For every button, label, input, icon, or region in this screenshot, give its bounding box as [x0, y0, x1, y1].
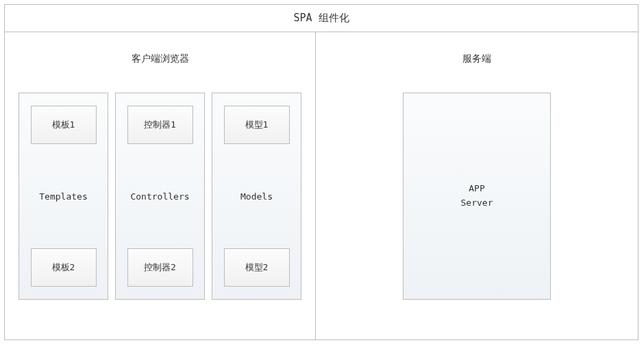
client-columns: 模板1 Templates 模板2 控制器1 Controllers 控制器2 …: [18, 93, 301, 300]
templates-column: 模板1 Templates 模板2: [18, 93, 108, 300]
template-box-2: 模板2: [31, 248, 97, 287]
client-title: 客户端浏览器: [18, 53, 301, 65]
app-server-line2: Server: [461, 196, 493, 211]
app-server-box: APP Server: [403, 93, 551, 300]
diagram-title: SPA 组件化: [5, 5, 638, 32]
controllers-label: Controllers: [130, 191, 189, 202]
model-box-2: 模型2: [224, 248, 290, 287]
diagram-container: SPA 组件化 客户端浏览器 模板1 Templates 模板2 控制器1 Co…: [4, 4, 639, 340]
client-section: 客户端浏览器 模板1 Templates 模板2 控制器1 Controller…: [5, 32, 316, 339]
controller-box-2: 控制器2: [127, 248, 193, 287]
main-row: 客户端浏览器 模板1 Templates 模板2 控制器1 Controller…: [5, 32, 638, 339]
model-box-1: 模型1: [224, 106, 290, 144]
server-title: 服务端: [462, 53, 491, 65]
template-box-1: 模板1: [31, 106, 97, 144]
server-section: 服务端 APP Server: [316, 32, 638, 339]
models-column: 模型1 Models 模型2: [212, 93, 301, 300]
templates-label: Templates: [39, 191, 87, 202]
controller-box-1: 控制器1: [127, 106, 193, 144]
app-server-line1: APP: [469, 182, 484, 196]
models-label: Models: [240, 191, 273, 202]
controllers-column: 控制器1 Controllers 控制器2: [115, 93, 205, 300]
